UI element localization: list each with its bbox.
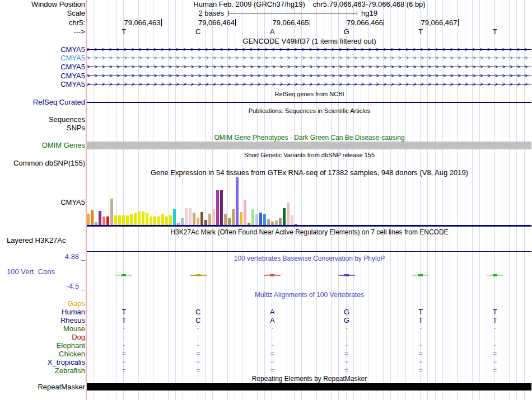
gencode-gene-arrows[interactable]: >>>>>>>>>>>>>>>>>>>>>>>>>>>>>>>>>>>>>>>>… — [87, 81, 531, 88]
multiz-align-cell[interactable]: = — [409, 367, 432, 374]
gtex-bar[interactable] — [193, 213, 195, 225]
multiz-species-label[interactable]: Zebrafish — [0, 367, 85, 374]
gtex-bar[interactable] — [204, 220, 207, 225]
gtex-bar[interactable] — [251, 209, 254, 225]
multiz-align-cell[interactable]: - — [484, 333, 506, 341]
multiz-align-cell[interactable]: - — [409, 342, 432, 349]
gtex-bar[interactable] — [122, 215, 125, 225]
multiz-species-label[interactable]: Mouse — [0, 325, 85, 332]
multiz-align-cell[interactable]: - — [335, 333, 358, 341]
gtex-bar[interactable] — [153, 217, 156, 225]
dbsnp-label[interactable]: Common dbSNP(155) — [0, 159, 85, 167]
multiz-align-cell[interactable]: - — [335, 325, 358, 332]
multiz-species-label[interactable]: Dog — [0, 333, 85, 341]
multiz-align-cell[interactable]: = — [484, 350, 506, 357]
multiz-align-cell[interactable]: = — [187, 350, 209, 357]
gtex-bar[interactable] — [224, 214, 227, 225]
multiz-species-label[interactable]: Gaps — [0, 300, 85, 307]
gencode-gene-label[interactable]: CMYA5 — [0, 54, 85, 62]
gtex-bar[interactable] — [208, 214, 211, 225]
multiz-align-cell[interactable]: = — [484, 359, 506, 366]
multiz-align-cell[interactable]: T — [113, 308, 135, 316]
multiz-align-cell[interactable]: = — [484, 367, 506, 374]
omim-gene-bar[interactable] — [87, 142, 531, 149]
gtex-bar[interactable] — [232, 209, 235, 225]
gencode-gene-label[interactable]: CMYA5 — [0, 63, 85, 70]
gtex-bar[interactable] — [150, 217, 152, 225]
gtex-bar[interactable] — [130, 214, 133, 225]
multiz-align-cell[interactable]: = — [261, 350, 283, 357]
multiz-align-cell[interactable]: = — [261, 367, 283, 374]
gtex-bar[interactable] — [110, 199, 113, 225]
multiz-align-cell[interactable]: C — [187, 308, 209, 316]
multiz-align-cell[interactable]: - — [187, 333, 209, 341]
multiz-align-cell[interactable]: = — [409, 359, 432, 366]
multiz-align-cell[interactable]: - — [187, 342, 209, 349]
gencode-gene-label[interactable]: CMYA5 — [0, 81, 85, 88]
gtex-bar[interactable] — [138, 211, 141, 225]
gencode-gene-arrows[interactable]: >>>>>>>>>>>>>>>>>>>>>>>>>>>>>>>>>>>>>>>>… — [87, 72, 531, 79]
gtex-bar[interactable] — [91, 210, 94, 225]
gtex-bar[interactable] — [181, 218, 184, 225]
gencode-gene-arrows[interactable]: >>>>>>>>>>>>>>>>>>>>>>>>>>>>>>>>>>>>>>>>… — [87, 63, 531, 70]
gtex-bar[interactable] — [236, 177, 239, 225]
multiz-align-cell[interactable]: = — [187, 367, 209, 374]
gtex-bar[interactable] — [185, 208, 188, 225]
repeatmasker-label[interactable]: RepeatMasker — [0, 383, 85, 390]
gtex-bar[interactable] — [173, 209, 176, 225]
gtex-bar[interactable] — [200, 212, 203, 225]
multiz-align-cell[interactable]: T — [484, 308, 506, 316]
multiz-align-cell[interactable]: G — [335, 308, 358, 316]
multiz-align-cell[interactable]: = — [261, 359, 283, 366]
multiz-species-label[interactable]: Chicken — [0, 350, 85, 357]
gtex-bar[interactable] — [126, 215, 129, 225]
gtex-bar[interactable] — [102, 217, 105, 225]
multiz-align-cell[interactable]: = — [335, 367, 358, 374]
gtex-bar[interactable] — [161, 214, 164, 225]
gtex-bar[interactable] — [157, 217, 160, 225]
multiz-align-cell[interactable]: = — [113, 359, 135, 366]
multiz-align-cell[interactable]: = — [187, 359, 209, 366]
multiz-align-cell[interactable]: = — [409, 350, 432, 357]
multiz-align-cell[interactable]: - — [113, 325, 135, 332]
gtex-bar[interactable] — [255, 214, 258, 225]
gtex-bar[interactable] — [142, 211, 144, 225]
multiz-align-cell[interactable]: T — [484, 317, 506, 324]
multiz-align-cell[interactable]: - — [484, 325, 506, 332]
multiz-align-cell[interactable]: = — [335, 350, 358, 357]
gtex-bar[interactable] — [114, 215, 117, 225]
multiz-species-label[interactable]: Human — [0, 308, 85, 316]
multiz-align-cell[interactable]: = — [113, 350, 135, 357]
gtex-bar[interactable] — [220, 190, 223, 225]
gtex-bar[interactable] — [283, 208, 286, 225]
h3k27ac-label[interactable]: Layered H3K27Ac — [7, 237, 66, 244]
multiz-align-cell[interactable]: - — [261, 325, 283, 332]
multiz-align-cell[interactable]: C — [187, 317, 209, 324]
multiz-align-cell[interactable]: - — [409, 333, 432, 341]
gtex-bar[interactable] — [244, 200, 246, 225]
snps-label[interactable]: SNPs — [0, 124, 85, 131]
gtex-bar[interactable] — [169, 215, 172, 225]
omim-genes-label[interactable]: OMIM Genes — [0, 142, 85, 149]
gencode-gene-arrows[interactable]: >>>>>>>>>>>>>>>>>>>>>>>>>>>>>>>>>>>>>>>>… — [87, 54, 531, 62]
multiz-align-cell[interactable]: T — [409, 308, 432, 316]
multiz-align-cell[interactable]: - — [484, 342, 506, 349]
multiz-align-cell[interactable]: = — [335, 359, 358, 366]
gtex-bar[interactable] — [279, 218, 282, 225]
multiz-align-cell[interactable]: = — [113, 367, 135, 374]
gtex-gene-label[interactable]: CMYA5 — [0, 199, 85, 206]
gtex-bar[interactable] — [259, 213, 262, 225]
gencode-gene-label[interactable]: CMYA5 — [0, 72, 85, 79]
gtex-bar[interactable] — [99, 211, 101, 225]
gtex-bar[interactable] — [267, 219, 270, 225]
gtex-bar[interactable] — [212, 209, 215, 225]
gtex-bar[interactable] — [287, 203, 290, 225]
gtex-bar-chart[interactable] — [87, 175, 311, 225]
gtex-bar[interactable] — [118, 215, 121, 225]
gtex-bar[interactable] — [189, 208, 192, 225]
gtex-bar[interactable] — [240, 212, 242, 225]
multiz-align-cell[interactable]: A — [261, 317, 283, 324]
gtex-bar[interactable] — [216, 190, 219, 225]
multiz-species-label[interactable]: Rhesus — [0, 317, 85, 324]
repeatmasker-element-bar[interactable] — [87, 383, 531, 390]
